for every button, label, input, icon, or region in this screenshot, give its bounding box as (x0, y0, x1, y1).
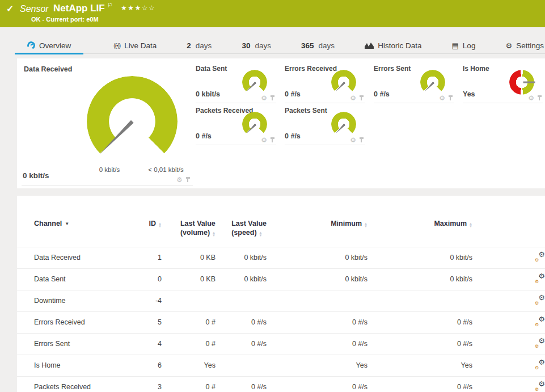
channel-id: 3 (130, 377, 162, 392)
small-gauge-title: Errors Sent (374, 65, 454, 73)
tab-30-days-number: 30 (242, 41, 250, 50)
channel-name: Errors Sent (17, 334, 130, 355)
channel-settings-cell: ⚙⚙ (472, 355, 545, 377)
gauge-pin-icon[interactable] (185, 177, 191, 183)
gauge-pin-icon[interactable] (270, 95, 275, 101)
gauge-gear-icon[interactable]: ⚙ (176, 177, 183, 183)
stars-empty[interactable]: ☆☆ (142, 4, 156, 12)
priority-flag-icon[interactable]: ⚐ (107, 2, 113, 9)
minimum-value (267, 290, 367, 312)
channels-panel: Channel▼ ID▲▼ Last Value(volume)▲▼ Last … (17, 196, 545, 392)
tab-log[interactable]: ▤ Log (452, 37, 476, 53)
sort-arrows-icon: ▲▼ (469, 222, 472, 227)
small-gear-icon: ⚙ (535, 387, 539, 392)
primary-gauge-title: Data Received (24, 65, 72, 73)
channel-settings-gears-icon[interactable]: ⚙⚙ (535, 317, 545, 326)
last-value-speed (216, 355, 267, 377)
channel-name: Data Sent (17, 269, 130, 290)
channel-settings-cell: ⚙⚙ (472, 290, 545, 312)
primary-gauge-actions: ⚙ (176, 173, 544, 186)
channel-settings-gears-icon[interactable]: ⚙⚙ (535, 339, 545, 347)
tab-log-label: Log (463, 41, 476, 50)
minimum-value: 0 #/s (267, 377, 367, 392)
tab-overview[interactable]: Overview (15, 37, 83, 53)
channel-id: 5 (130, 312, 162, 334)
gauge-gear-icon[interactable]: ⚙ (439, 95, 445, 101)
channel-settings-gears-icon[interactable]: ⚙⚙ (535, 360, 545, 369)
last-value-volume: 0 # (162, 334, 216, 355)
sensor-title: NetApp LIF (53, 3, 105, 14)
gauge-pin-icon[interactable] (448, 95, 453, 101)
tab-historic-data[interactable]: Historic Data (365, 37, 421, 53)
gauge-pin-icon[interactable] (537, 95, 542, 101)
gauge-gear-icon[interactable]: ⚙ (350, 95, 356, 101)
small-gauge-is-home: Is Home Yes ⚙ (463, 65, 543, 103)
small-gear-icon: ⚙ (535, 279, 539, 284)
column-header-last-value-volume[interactable]: Last Value(volume)▲▼ (162, 211, 216, 247)
gauge-gear-icon[interactable]: ⚙ (528, 95, 534, 101)
channel-settings-gears-icon[interactable]: ⚙⚙ (535, 252, 545, 261)
small-gauge-needle (523, 82, 535, 83)
channel-name: Downtime (17, 290, 130, 312)
tab-30-days-word: days (255, 41, 271, 50)
column-header-maximum[interactable]: Maximum▲▼ (367, 211, 472, 247)
sensor-header: ✓ Sensor NetApp LIF ⚐ ★★★☆☆ OK - Current… (0, 0, 545, 27)
table-row: Downtime-4⚙⚙ (17, 290, 545, 312)
big-gear-icon: ⚙ (538, 358, 545, 366)
channel-name: Is Home (17, 355, 130, 377)
big-gear-icon: ⚙ (538, 380, 545, 388)
last-value-volume: 0 KB (162, 247, 216, 269)
small-gauge-value: Yes (463, 90, 475, 98)
last-value-speed: 0 kbit/s (216, 269, 267, 290)
gauge-gear-icon[interactable]: ⚙ (261, 95, 267, 101)
tab-30-days[interactable]: 30 days (242, 37, 271, 53)
small-gauge-errors-received: Errors Received 0 #/s ⚙ (285, 65, 365, 103)
small-gear-icon: ⚙ (535, 365, 539, 370)
tab-settings-label: Settings (516, 41, 544, 50)
channel-settings-gears-icon[interactable]: ⚙⚙ (535, 296, 545, 304)
big-gear-icon: ⚙ (538, 293, 545, 302)
column-header-minimum[interactable]: Minimum▲▼ (267, 211, 367, 247)
gauge-gear-icon[interactable]: ⚙ (350, 137, 356, 143)
small-gear-icon: ⚙ (535, 258, 539, 263)
small-gauge-actions: ⚙ (439, 95, 453, 101)
column-header-channel[interactable]: Channel▼ (17, 211, 130, 247)
column-header-last-value-speed[interactable]: Last Value(speed)▲▼ (216, 211, 267, 247)
channel-id: 0 (130, 269, 162, 290)
small-gauge-actions: ⚙ (261, 95, 275, 101)
channel-settings-gears-icon[interactable]: ⚙⚙ (535, 274, 545, 283)
small-gauge-title: Data Sent (196, 65, 276, 73)
tab-2-days-word: days (196, 41, 212, 50)
minimum-value: Yes (267, 355, 367, 377)
priority-stars[interactable]: ★★★☆☆ (121, 4, 155, 12)
gauge-pin-icon[interactable] (359, 137, 364, 143)
small-gear-icon: ⚙ (535, 344, 539, 349)
maximum-value: 0 #/s (367, 334, 472, 355)
tab-live-data[interactable]: ((•)) Live Data (113, 37, 157, 53)
tab-2-days[interactable]: 2 days (187, 37, 212, 53)
table-row: Errors Received50 #0 #/s0 #/s0 #/s⚙⚙ (17, 312, 545, 334)
big-gear-icon: ⚙ (538, 250, 545, 259)
channel-settings-cell: ⚙⚙ (472, 312, 545, 334)
gauge-pin-icon[interactable] (270, 137, 275, 143)
minimum-value: 0 kbit/s (267, 269, 367, 290)
channel-settings-gears-icon[interactable]: ⚙⚙ (535, 382, 545, 390)
tab-settings[interactable]: ⚙ Settings (505, 37, 543, 53)
small-gauge-actions: ⚙ (261, 137, 275, 143)
table-row: Data Sent00 KB0 kbit/s0 kbit/s0 kbit/s⚙⚙ (17, 269, 545, 290)
gauge-gear-icon[interactable]: ⚙ (261, 137, 267, 143)
sensor-type-label: Sensor (20, 4, 49, 14)
maximum-value: 0 kbit/s (367, 247, 472, 269)
table-header-row: Channel▼ ID▲▼ Last Value(volume)▲▼ Last … (17, 211, 545, 247)
last-value-volume: Yes (162, 355, 216, 377)
primary-gauge-value: 0 kbit/s (23, 171, 49, 180)
gauge-pin-icon[interactable] (359, 95, 364, 101)
maximum-value: Yes (367, 355, 472, 377)
stars-filled[interactable]: ★★★ (121, 4, 142, 12)
primary-gauge-min-label: 0 kbit/s (87, 166, 132, 173)
column-header-id[interactable]: ID▲▼ (130, 211, 162, 247)
tab-365-days[interactable]: 365 days (301, 37, 335, 53)
table-row: Data Received10 KB0 kbit/s0 kbit/s0 kbit… (17, 247, 545, 269)
small-gauge-packets-sent: Packets Sent 0 #/s ⚙ (285, 107, 365, 145)
maximum-value: 0 kbit/s (367, 269, 472, 290)
